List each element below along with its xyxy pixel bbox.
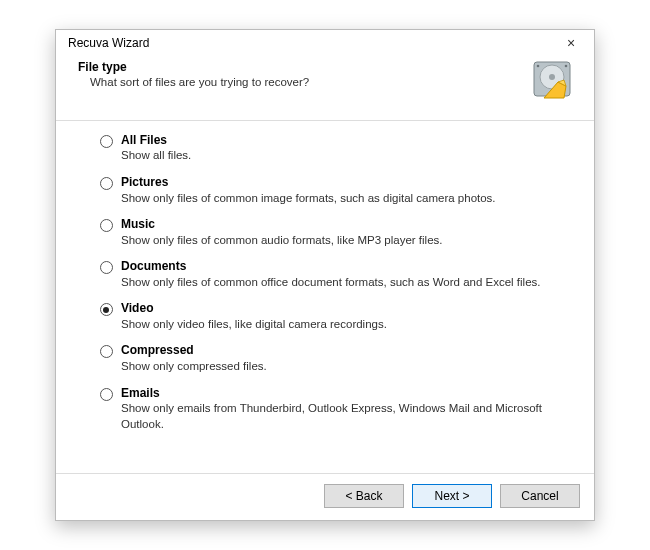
option-desc: Show all files.: [121, 148, 191, 164]
option-compressed[interactable]: Compressed Show only compressed files.: [100, 343, 572, 374]
back-button[interactable]: < Back: [324, 484, 404, 508]
radio-emails[interactable]: [100, 388, 113, 401]
option-desc: Show only emails from Thunderbird, Outlo…: [121, 401, 572, 432]
radio-all-files[interactable]: [100, 135, 113, 148]
option-label: Music: [121, 217, 443, 233]
option-emails[interactable]: Emails Show only emails from Thunderbird…: [100, 386, 572, 433]
titlebar: Recuva Wizard ×: [56, 30, 594, 54]
wizard-buttons: < Back Next > Cancel: [56, 473, 594, 520]
option-desc: Show only video files, like digital came…: [121, 317, 387, 333]
radio-music[interactable]: [100, 219, 113, 232]
option-documents[interactable]: Documents Show only files of common offi…: [100, 259, 572, 290]
option-video[interactable]: Video Show only video files, like digita…: [100, 301, 572, 332]
svg-point-2: [549, 74, 555, 80]
wizard-dialog: Recuva Wizard × File type What sort of f…: [55, 29, 595, 521]
option-label: Compressed: [121, 343, 267, 359]
close-icon[interactable]: ×: [556, 36, 586, 50]
page-subheading: What sort of files are you trying to rec…: [90, 76, 309, 88]
option-desc: Show only files of common office documen…: [121, 275, 541, 291]
option-label: Documents: [121, 259, 541, 275]
svg-point-4: [565, 65, 568, 68]
option-pictures[interactable]: Pictures Show only files of common image…: [100, 175, 572, 206]
option-music[interactable]: Music Show only files of common audio fo…: [100, 217, 572, 248]
option-label: Pictures: [121, 175, 496, 191]
radio-pictures[interactable]: [100, 177, 113, 190]
option-desc: Show only files of common audio formats,…: [121, 233, 443, 249]
option-desc: Show only files of common image formats,…: [121, 191, 496, 207]
option-all-files[interactable]: All Files Show all files.: [100, 133, 572, 164]
next-button[interactable]: Next >: [412, 484, 492, 508]
option-label: All Files: [121, 133, 191, 149]
radio-compressed[interactable]: [100, 345, 113, 358]
svg-point-3: [537, 65, 540, 68]
window-title: Recuva Wizard: [68, 36, 149, 50]
radio-video[interactable]: [100, 303, 113, 316]
radio-documents[interactable]: [100, 261, 113, 274]
hard-drive-recovery-icon: [530, 58, 576, 108]
cancel-button[interactable]: Cancel: [500, 484, 580, 508]
option-label: Video: [121, 301, 387, 317]
page-heading: File type: [78, 60, 309, 74]
header-text: File type What sort of files are you try…: [84, 60, 309, 88]
option-desc: Show only compressed files.: [121, 359, 267, 375]
options-list: All Files Show all files. Pictures Show …: [56, 121, 594, 453]
option-label: Emails: [121, 386, 572, 402]
wizard-header: File type What sort of files are you try…: [56, 54, 594, 114]
